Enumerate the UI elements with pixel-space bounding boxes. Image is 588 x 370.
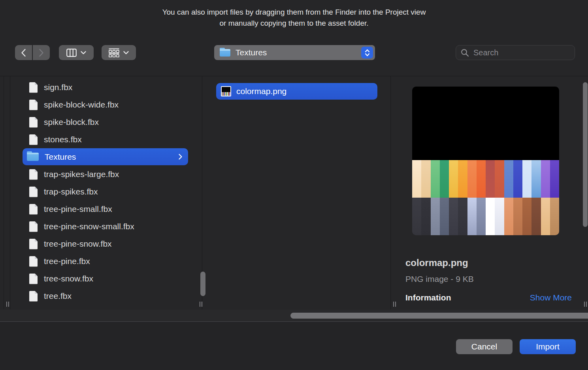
folder-contents-column: colormap.png xyxy=(202,76,391,310)
chevron-down-icon xyxy=(123,51,129,55)
file-row[interactable]: spike-block.fbx xyxy=(10,113,202,131)
color-swatch xyxy=(522,198,541,235)
color-swatch xyxy=(467,160,486,198)
preview-scrollbar[interactable] xyxy=(583,82,588,227)
document-icon xyxy=(29,117,38,128)
color-swatch xyxy=(431,160,449,198)
file-row[interactable]: tree-pine.fbx xyxy=(10,253,202,270)
file-name: colormap.png xyxy=(236,87,286,96)
document-icon xyxy=(29,187,38,197)
document-icon xyxy=(29,100,38,110)
horizontal-scrollbar-thumb[interactable] xyxy=(290,313,588,319)
file-row-folder[interactable]: Textures xyxy=(23,148,188,165)
color-swatch xyxy=(522,160,541,198)
file-row[interactable]: trap-spikes-large.fbx xyxy=(10,166,202,183)
file-name: stones.fbx xyxy=(44,135,82,144)
group-mode-button[interactable] xyxy=(102,45,136,60)
column-resize-handle[interactable] xyxy=(6,302,9,307)
file-row[interactable]: spike-block-wide.fbx xyxy=(10,96,202,113)
color-swatch xyxy=(541,198,560,235)
file-list-column: sign.fbxspike-block-wide.fbxspike-block.… xyxy=(10,76,202,310)
search-input[interactable] xyxy=(473,48,565,58)
import-hint-text: You can also import files by dragging th… xyxy=(0,7,588,29)
color-swatch xyxy=(504,198,523,235)
preview-file-name: colormap.png xyxy=(405,257,468,268)
document-icon xyxy=(29,274,38,284)
file-row[interactable]: tree-snow.fbx xyxy=(10,270,202,287)
file-name: tree-snow.fbx xyxy=(44,274,93,283)
color-swatch xyxy=(541,160,560,198)
folder-icon xyxy=(220,49,230,57)
search-field[interactable] xyxy=(456,45,575,60)
file-row[interactable]: tree-pine-small.fbx xyxy=(10,200,202,218)
file-name: tree-pine-snow-small.fbx xyxy=(44,222,134,231)
chevron-right-icon xyxy=(39,49,44,57)
column-resize-handle[interactable] xyxy=(584,302,587,307)
file-name: tree-pine.fbx xyxy=(44,257,90,266)
dropdown-stepper-icon xyxy=(361,47,373,59)
preview-image-black-area xyxy=(412,87,559,160)
chevron-down-icon xyxy=(81,51,86,55)
forward-button[interactable] xyxy=(33,45,50,60)
import-button[interactable]: Import xyxy=(520,339,576,354)
toolbar: Textures xyxy=(0,45,588,60)
document-icon xyxy=(29,82,38,93)
color-swatch xyxy=(486,198,504,235)
show-more-link[interactable]: Show More xyxy=(530,293,572,302)
import-hint-line1: You can also import files by dragging th… xyxy=(0,7,588,18)
file-name: tree.fbx xyxy=(44,291,72,301)
column-resize-handle[interactable] xyxy=(200,302,202,307)
document-icon xyxy=(29,221,38,232)
color-swatch xyxy=(504,160,523,198)
file-name: trap-spikes.fbx xyxy=(44,187,98,196)
color-swatch xyxy=(412,198,431,235)
file-name: sign.fbx xyxy=(44,83,72,92)
document-icon xyxy=(29,256,38,267)
grouping-icon xyxy=(109,48,119,57)
cancel-button[interactable]: Cancel xyxy=(456,339,513,354)
search-icon xyxy=(461,49,469,57)
file-row[interactable]: trap-spikes.fbx xyxy=(10,183,202,200)
document-icon xyxy=(29,169,38,180)
color-swatch xyxy=(486,160,504,198)
file-name: Textures xyxy=(45,152,76,162)
view-mode-button[interactable] xyxy=(59,45,94,60)
information-label: Information xyxy=(405,293,451,302)
color-swatch xyxy=(412,160,431,198)
column-browser: sign.fbxspike-block-wide.fbxspike-block.… xyxy=(0,76,588,310)
document-icon xyxy=(29,134,38,145)
column-sliver xyxy=(0,76,10,310)
file-row[interactable]: sign.fbx xyxy=(10,79,202,96)
import-hint-line2: or manually copying them to the asset fo… xyxy=(0,18,588,29)
swatch-row xyxy=(412,198,559,235)
file-row[interactable]: tree-pine-snow.fbx xyxy=(10,235,202,253)
folder-icon xyxy=(27,153,39,161)
color-swatch xyxy=(431,198,449,235)
file-name: trap-spikes-large.fbx xyxy=(44,170,119,179)
contents-list: colormap.png xyxy=(202,83,390,100)
preview-image xyxy=(412,87,559,235)
file-row[interactable]: stones.fbx xyxy=(10,131,202,148)
document-icon xyxy=(29,204,38,215)
path-dropdown-value: Textures xyxy=(236,48,267,57)
color-swatch xyxy=(449,160,467,198)
file-row[interactable]: tree.fbx xyxy=(10,287,202,305)
file-name: spike-block.fbx xyxy=(44,117,99,127)
swatch-row xyxy=(412,160,559,198)
color-swatch xyxy=(449,198,467,235)
file-name: spike-block-wide.fbx xyxy=(44,100,119,109)
dialog-footer: Cancel Import xyxy=(0,322,588,370)
file-name: tree-pine-small.fbx xyxy=(44,204,112,214)
chevron-left-icon xyxy=(21,49,26,57)
preview-file-info: PNG image - 9 KB xyxy=(405,274,474,284)
chevron-right-icon xyxy=(179,154,182,160)
file-list: sign.fbxspike-block-wide.fbxspike-block.… xyxy=(10,79,202,305)
selected-file-row[interactable]: colormap.png xyxy=(216,83,377,100)
column-view-icon xyxy=(66,49,77,57)
horizontal-scrollbar-track[interactable] xyxy=(0,310,588,322)
document-icon xyxy=(29,239,38,249)
back-button[interactable] xyxy=(15,45,32,60)
path-dropdown[interactable]: Textures xyxy=(214,45,375,60)
file-row[interactable]: tree-pine-snow-small.fbx xyxy=(10,218,202,235)
column-resize-handle[interactable] xyxy=(393,302,396,307)
